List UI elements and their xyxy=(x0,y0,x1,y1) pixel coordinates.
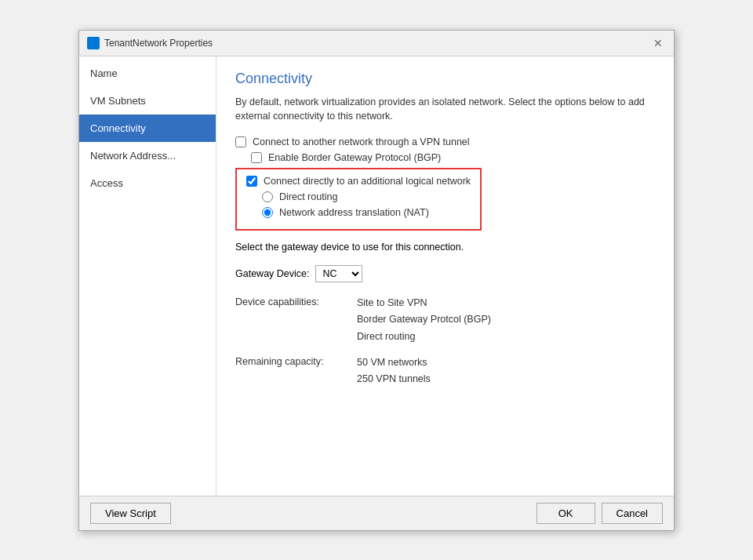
section-title: Connectivity xyxy=(235,71,655,87)
capability-1: Site to Site VPN xyxy=(357,295,491,311)
vpn-option-row: Connect to another network through a VPN… xyxy=(235,136,655,147)
gateway-device-label: Gateway Device: xyxy=(235,268,309,279)
main-content: Connectivity By default, network virtual… xyxy=(216,56,674,496)
title-bar-left: TenantNetwork Properties xyxy=(87,37,213,49)
gateway-row: Select the gateway device to use for thi… xyxy=(235,242,655,253)
cancel-button[interactable]: Cancel xyxy=(602,503,663,524)
nat-label[interactable]: Network address translation (NAT) xyxy=(279,207,429,218)
nat-option-row: Network address translation (NAT) xyxy=(262,207,471,218)
capabilities-label: Device capabilities: xyxy=(235,295,357,345)
footer-left: View Script xyxy=(90,503,171,524)
highlight-box: Connect directly to an additional logica… xyxy=(235,168,482,231)
direct-routing-option-row: Direct routing xyxy=(262,191,471,202)
sidebar-item-name[interactable]: Name xyxy=(79,60,216,87)
ok-button[interactable]: OK xyxy=(537,503,595,524)
dialog-window: TenantNetwork Properties ✕ Name VM Subne… xyxy=(78,30,675,531)
footer-right: OK Cancel xyxy=(537,503,663,524)
capabilities-values: Site to Site VPN Border Gateway Protcol … xyxy=(357,295,491,345)
bgp-checkbox[interactable] xyxy=(251,152,262,163)
sidebar-item-connectivity[interactable]: Connectivity xyxy=(79,115,216,142)
gateway-device-select[interactable]: NC xyxy=(315,265,362,282)
sidebar-item-vm-subnets[interactable]: VM Subnets xyxy=(79,87,216,115)
view-script-button[interactable]: View Script xyxy=(90,503,171,524)
capability-2: Border Gateway Protcol (BGP) xyxy=(357,311,491,328)
direct-connect-checkbox[interactable] xyxy=(246,176,257,187)
capabilities-section: Device capabilities: Site to Site VPN Bo… xyxy=(235,295,655,345)
sidebar: Name VM Subnets Connectivity Network Add… xyxy=(79,56,216,496)
dialog-footer: View Script OK Cancel xyxy=(79,496,674,530)
bgp-checkbox-label[interactable]: Enable Border Gateway Protocol (BGP) xyxy=(268,152,441,163)
dialog-body: Name VM Subnets Connectivity Network Add… xyxy=(79,56,674,496)
remaining-2: 250 VPN tunnels xyxy=(357,371,431,387)
close-button[interactable]: ✕ xyxy=(650,35,666,51)
direct-routing-radio[interactable] xyxy=(262,191,273,202)
nat-radio[interactable] xyxy=(262,207,273,218)
bgp-option-row: Enable Border Gateway Protocol (BGP) xyxy=(251,152,655,163)
sidebar-item-network-address[interactable]: Network Address... xyxy=(79,142,216,169)
direct-connect-label[interactable]: Connect directly to an additional logica… xyxy=(264,176,471,187)
title-bar: TenantNetwork Properties ✕ xyxy=(79,31,674,56)
direct-connect-option-row: Connect directly to an additional logica… xyxy=(246,176,471,187)
direct-routing-label[interactable]: Direct routing xyxy=(279,191,337,202)
title-bar-text: TenantNetwork Properties xyxy=(104,38,213,49)
app-icon xyxy=(87,37,100,49)
gateway-description: Select the gateway device to use for thi… xyxy=(235,242,464,253)
remaining-section: Remaining capacity: 50 VM networks 250 V… xyxy=(235,355,655,388)
vpn-checkbox-label[interactable]: Connect to another network through a VPN… xyxy=(253,136,470,147)
remaining-values: 50 VM networks 250 VPN tunnels xyxy=(357,355,431,388)
gateway-device-row: Gateway Device: NC xyxy=(235,265,655,282)
sidebar-item-access[interactable]: Access xyxy=(79,169,216,197)
remaining-1: 50 VM networks xyxy=(357,355,431,371)
remaining-label: Remaining capacity: xyxy=(235,355,357,388)
capability-3: Direct routing xyxy=(357,329,491,345)
vpn-checkbox[interactable] xyxy=(235,136,246,147)
description-text: By default, network virtualization provi… xyxy=(235,95,655,125)
